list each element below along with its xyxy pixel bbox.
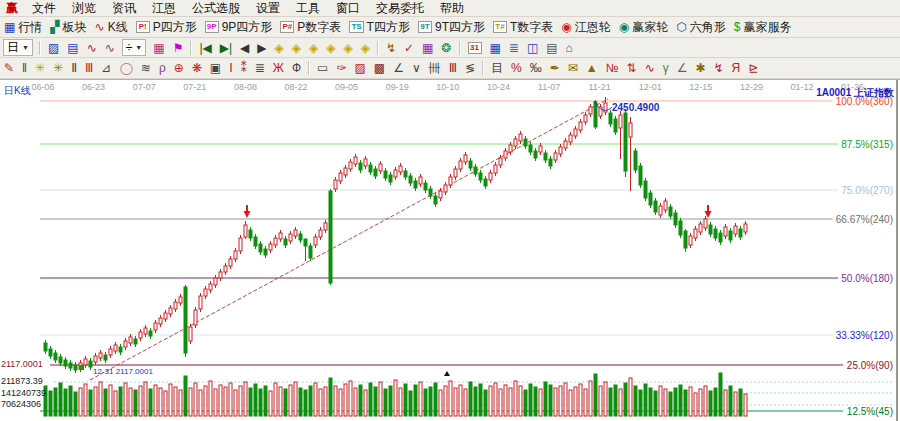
angle2-tool-icon[interactable]: ∠ — [673, 60, 692, 77]
hatch-tool-icon[interactable]: ▨ — [350, 60, 369, 77]
parallel-lines-tool-icon[interactable]: ‖ — [18, 60, 31, 77]
menu-item-9[interactable]: 交易委托 — [368, 1, 432, 15]
rect-tool-icon[interactable]: ▭ — [313, 60, 332, 77]
sine-tool-icon[interactable]: ∿ — [641, 60, 659, 77]
pen-tool-icon[interactable]: ✒ — [546, 60, 564, 77]
zoom-down-button[interactable]: ◈ — [322, 39, 339, 56]
kline-button[interactable]: ∿K线 — [91, 19, 132, 36]
tally-tool-icon[interactable]: 卌 — [425, 60, 445, 77]
flag-icon[interactable]: ⚑ — [169, 39, 188, 56]
gann-wheel-button[interactable]: ◉江恩轮 — [557, 19, 614, 36]
grid-filter-icon[interactable]: ▦ — [149, 39, 168, 56]
vee-tool-icon[interactable]: ∨ — [408, 60, 425, 77]
pencil-tool-icon[interactable]: ✎ — [0, 60, 18, 77]
chart-area[interactable]: 06-0606-2307-0707-2108-0808-2209-0509-19… — [0, 79, 900, 421]
menu-item-4[interactable]: 江恩 — [144, 1, 184, 15]
sectors-button[interactable]: ▞板块 — [46, 19, 90, 36]
percent-tool-icon[interactable]: % — [507, 60, 526, 77]
divide-tool[interactable]: ÷▼ — [122, 39, 147, 56]
bolt-tool-icon[interactable]: ↯ — [710, 60, 728, 77]
winner-service-button[interactable]: $赢家服务 — [730, 19, 796, 36]
number-tool-icon[interactable]: № — [602, 60, 623, 77]
burst-tool-icon[interactable]: ✱ — [691, 60, 709, 77]
table-tool-icon[interactable]: 目 — [487, 60, 507, 77]
check-tool-icon[interactable]: ✓ — [400, 39, 418, 56]
bars2-tool-icon[interactable]: Ⅲ — [445, 60, 461, 77]
shade-tool-icon[interactable]: ▩ — [370, 60, 389, 77]
zoom-left-button[interactable]: ◈ — [271, 39, 288, 56]
p-table-button[interactable]: P#P数字表 — [276, 19, 345, 36]
p-square-button[interactable]: P!P四方形 — [132, 19, 201, 36]
save-icon[interactable]: ◫ — [523, 39, 542, 56]
toolbar-separator — [482, 61, 484, 75]
menu-item-6[interactable]: 设置 — [248, 1, 288, 15]
check-tool-icon-glyph: ✓ — [404, 42, 414, 54]
flagged-tool-icon[interactable]: ⊵ — [744, 60, 762, 77]
quotes-button[interactable]: ▦行情 — [0, 19, 46, 36]
rho-tool-icon[interactable]: ρ — [155, 60, 170, 77]
page-view-icon[interactable]: ▤ — [63, 39, 82, 56]
fan-tool-icon[interactable]: Ж — [269, 60, 288, 77]
menu-item-10[interactable]: 帮助 — [432, 1, 472, 15]
menu-item-3[interactable]: 资讯 — [104, 1, 144, 15]
hexagon-button[interactable]: ⬡六角形 — [672, 19, 729, 36]
zoom-up-button[interactable]: ◈ — [305, 39, 322, 56]
wave-tool-icon[interactable]: ≋ — [137, 60, 155, 77]
first-button[interactable]: |◀ — [195, 39, 215, 56]
9p-square-button[interactable]: 9P9P四方形 — [201, 19, 277, 36]
t-table-button[interactable]: T#T数字表 — [489, 19, 557, 36]
crosshair-tool-icon[interactable]: ⊕ — [170, 60, 188, 77]
menu-item-8[interactable]: 窗口 — [328, 1, 368, 15]
percent-tool-icon-glyph: % — [511, 62, 522, 74]
period-label: 日K线 — [4, 84, 31, 98]
swap-tool-icon[interactable]: ⇅ — [623, 60, 641, 77]
t-square-button[interactable]: TST四方形 — [345, 19, 414, 36]
star-tool-icon[interactable]: ✳ — [31, 60, 49, 77]
star2-tool-icon[interactable]: ✳ — [49, 60, 67, 77]
double-star-tool-icon[interactable]: ⁑ — [237, 60, 251, 77]
zoom-out-button[interactable]: ◈ — [357, 39, 374, 56]
mini-kline-purple-icon[interactable]: ∿ — [101, 39, 119, 56]
note-tool-icon[interactable]: ✉ — [564, 60, 582, 77]
bars-tool-icon[interactable]: Ⅲ — [81, 60, 97, 77]
gamma-tool-icon[interactable]: γ — [659, 60, 673, 77]
pillar-tool-icon[interactable]: Ⅱ — [67, 60, 81, 77]
vline-tool-icon[interactable]: Ⅰ — [225, 60, 237, 77]
calendar-icon[interactable]: 31 — [464, 39, 486, 56]
circle-tool-icon[interactable]: ◯ — [115, 60, 136, 77]
list-icon[interactable]: ≣ — [505, 39, 523, 56]
angle-tool-icon[interactable]: ∠ — [389, 60, 408, 77]
next-button[interactable]: ▶ — [253, 39, 270, 56]
up-mark-tool-icon[interactable]: ▲ — [582, 60, 602, 77]
cycle-tool-icon[interactable]: ❂ — [437, 39, 455, 56]
permille-tool-icon[interactable]: ‰ — [526, 60, 546, 77]
9t-square-button[interactable]: 9T9T四方形 — [414, 19, 489, 36]
box-tool-icon[interactable]: ▣ — [206, 60, 225, 77]
ya-tool-icon[interactable]: Я — [728, 60, 745, 77]
star2-tool-icon-glyph: ✳ — [53, 62, 63, 74]
menu-item-2[interactable]: 浏览 — [64, 1, 104, 15]
zoom-in-button[interactable]: ◈ — [340, 39, 357, 56]
menu-item-5[interactable]: 公式选股 — [184, 1, 248, 15]
marker-tool-icon[interactable]: ✑ — [332, 60, 350, 77]
print-icon[interactable]: ▤ — [542, 39, 561, 56]
compare-tool-icon[interactable]: ≶ — [461, 60, 479, 77]
calculator-icon[interactable]: ▦ — [486, 39, 505, 56]
cursor-tool-icon[interactable]: ↯ — [382, 39, 400, 56]
asterisk-tool-icon[interactable]: ❋ — [188, 60, 206, 77]
zoom-right-button[interactable]: ◈ — [288, 39, 305, 56]
last-button[interactable]: ▶| — [216, 39, 236, 56]
period-selector[interactable]: 日▼ — [3, 39, 33, 56]
levels-tool-icon[interactable]: ≣ — [251, 60, 269, 77]
menu-item-7[interactable]: 工具 — [288, 1, 328, 15]
home-icon[interactable]: ⌂ — [562, 39, 577, 56]
triangle-tool-icon[interactable]: ⊿ — [97, 60, 115, 77]
grid-tool-icon[interactable]: ▦ — [418, 39, 437, 56]
menu-item-1[interactable]: 文件 — [24, 1, 64, 15]
prev-button[interactable]: ◀ — [236, 39, 253, 56]
mini-kline-red-icon[interactable]: ∿ — [83, 39, 101, 56]
winner-wheel-button[interactable]: ◉赢家轮 — [615, 19, 672, 36]
phi-tool-icon[interactable]: Ф — [288, 60, 305, 77]
chart-view-icon[interactable]: ▨ — [44, 39, 63, 56]
chart-markers — [79, 205, 712, 376]
